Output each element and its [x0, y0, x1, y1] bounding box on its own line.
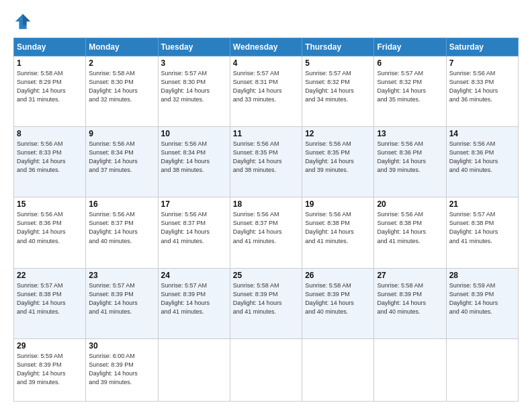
day-info: Sunrise: 5:56 AM Sunset: 8:37 PM Dayligh…: [89, 210, 154, 245]
day-info: Sunrise: 5:58 AM Sunset: 8:39 PM Dayligh…: [305, 281, 371, 316]
calendar-cell: 26Sunrise: 5:58 AM Sunset: 8:39 PM Dayli…: [302, 268, 374, 338]
calendar-row-5: 29Sunrise: 5:59 AM Sunset: 8:39 PM Dayli…: [14, 338, 519, 401]
day-info: Sunrise: 5:57 AM Sunset: 8:32 PM Dayligh…: [305, 69, 371, 104]
day-info: Sunrise: 5:59 AM Sunset: 8:39 PM Dayligh…: [17, 352, 83, 387]
header-cell-friday: Friday: [374, 38, 446, 56]
svg-marker-1: [23, 14, 30, 26]
day-info: Sunrise: 5:59 AM Sunset: 8:39 PM Dayligh…: [449, 281, 515, 316]
day-number: 11: [233, 129, 299, 138]
calendar-cell: 6Sunrise: 5:57 AM Sunset: 8:32 PM Daylig…: [374, 56, 446, 127]
calendar-cell: [446, 338, 518, 401]
header-cell-monday: Monday: [86, 38, 158, 56]
header-cell-thursday: Thursday: [302, 38, 374, 56]
calendar-cell: 17Sunrise: 5:56 AM Sunset: 8:37 PM Dayli…: [158, 197, 230, 268]
calendar-cell: 23Sunrise: 5:57 AM Sunset: 8:39 PM Dayli…: [86, 268, 158, 338]
calendar-cell: 4Sunrise: 5:57 AM Sunset: 8:31 PM Daylig…: [230, 56, 302, 127]
day-number: 7: [449, 58, 515, 68]
day-number: 10: [161, 129, 227, 138]
calendar-cell: 2Sunrise: 5:58 AM Sunset: 8:30 PM Daylig…: [86, 56, 158, 127]
day-info: Sunrise: 5:58 AM Sunset: 8:39 PM Dayligh…: [233, 281, 299, 316]
day-number: 22: [17, 271, 83, 280]
day-number: 16: [89, 199, 154, 209]
day-info: Sunrise: 5:58 AM Sunset: 8:29 PM Dayligh…: [17, 69, 83, 104]
day-info: Sunrise: 5:57 AM Sunset: 8:30 PM Dayligh…: [161, 69, 227, 104]
calendar-cell: 19Sunrise: 5:56 AM Sunset: 8:38 PM Dayli…: [302, 197, 374, 268]
day-info: Sunrise: 5:56 AM Sunset: 8:38 PM Dayligh…: [377, 210, 443, 245]
day-number: 9: [89, 129, 154, 138]
day-number: 8: [17, 129, 83, 138]
day-number: 13: [377, 129, 443, 138]
day-info: Sunrise: 5:58 AM Sunset: 8:39 PM Dayligh…: [377, 281, 443, 316]
day-info: Sunrise: 5:58 AM Sunset: 8:30 PM Dayligh…: [89, 69, 154, 104]
calendar-cell: 13Sunrise: 5:56 AM Sunset: 8:36 PM Dayli…: [374, 127, 446, 197]
calendar-body: 1Sunrise: 5:58 AM Sunset: 8:29 PM Daylig…: [14, 56, 519, 402]
header-cell-tuesday: Tuesday: [158, 38, 230, 56]
calendar-cell: 22Sunrise: 5:57 AM Sunset: 8:38 PM Dayli…: [14, 268, 86, 338]
day-number: 6: [377, 58, 443, 68]
day-info: Sunrise: 5:57 AM Sunset: 8:38 PM Dayligh…: [17, 281, 83, 316]
calendar-cell: 25Sunrise: 5:58 AM Sunset: 8:39 PM Dayli…: [230, 268, 302, 338]
day-number: 24: [161, 271, 227, 280]
day-info: Sunrise: 6:00 AM Sunset: 8:39 PM Dayligh…: [89, 352, 154, 387]
day-info: Sunrise: 5:56 AM Sunset: 8:34 PM Dayligh…: [89, 140, 154, 175]
calendar-cell: 15Sunrise: 5:56 AM Sunset: 8:36 PM Dayli…: [14, 197, 86, 268]
header-cell-wednesday: Wednesday: [230, 38, 302, 56]
day-info: Sunrise: 5:57 AM Sunset: 8:31 PM Dayligh…: [233, 69, 299, 104]
day-info: Sunrise: 5:57 AM Sunset: 8:39 PM Dayligh…: [89, 281, 154, 316]
day-number: 19: [305, 199, 371, 209]
day-number: 5: [305, 58, 371, 68]
day-number: 12: [305, 129, 371, 138]
logo-icon: [13, 12, 32, 31]
day-number: 1: [17, 58, 83, 68]
day-number: 18: [233, 199, 299, 209]
day-info: Sunrise: 5:56 AM Sunset: 8:37 PM Dayligh…: [233, 210, 299, 245]
day-info: Sunrise: 5:56 AM Sunset: 8:35 PM Dayligh…: [233, 140, 299, 175]
day-info: Sunrise: 5:57 AM Sunset: 8:39 PM Dayligh…: [161, 281, 227, 316]
day-number: 29: [17, 341, 83, 351]
header-cell-sunday: Sunday: [14, 38, 86, 56]
day-number: 27: [377, 271, 443, 280]
day-info: Sunrise: 5:57 AM Sunset: 8:38 PM Dayligh…: [449, 210, 515, 245]
day-number: 28: [449, 271, 515, 280]
day-info: Sunrise: 5:56 AM Sunset: 8:38 PM Dayligh…: [305, 210, 371, 245]
calendar-cell: 11Sunrise: 5:56 AM Sunset: 8:35 PM Dayli…: [230, 127, 302, 197]
day-info: Sunrise: 5:56 AM Sunset: 8:35 PM Dayligh…: [305, 140, 371, 175]
header-cell-saturday: Saturday: [446, 38, 518, 56]
day-number: 2: [89, 58, 154, 68]
header: [13, 12, 519, 31]
day-info: Sunrise: 5:56 AM Sunset: 8:36 PM Dayligh…: [17, 210, 83, 245]
day-info: Sunrise: 5:56 AM Sunset: 8:36 PM Dayligh…: [449, 140, 515, 175]
calendar-cell: 21Sunrise: 5:57 AM Sunset: 8:38 PM Dayli…: [446, 197, 518, 268]
calendar-row-4: 22Sunrise: 5:57 AM Sunset: 8:38 PM Dayli…: [14, 268, 519, 338]
calendar-cell: 7Sunrise: 5:56 AM Sunset: 8:33 PM Daylig…: [446, 56, 518, 127]
day-info: Sunrise: 5:56 AM Sunset: 8:33 PM Dayligh…: [449, 69, 515, 104]
calendar-cell: [302, 338, 374, 401]
calendar-cell: 12Sunrise: 5:56 AM Sunset: 8:35 PM Dayli…: [302, 127, 374, 197]
day-info: Sunrise: 5:56 AM Sunset: 8:33 PM Dayligh…: [17, 140, 83, 175]
calendar-row-3: 15Sunrise: 5:56 AM Sunset: 8:36 PM Dayli…: [14, 197, 519, 268]
day-number: 4: [233, 58, 299, 68]
calendar-cell: 18Sunrise: 5:56 AM Sunset: 8:37 PM Dayli…: [230, 197, 302, 268]
calendar-cell: 3Sunrise: 5:57 AM Sunset: 8:30 PM Daylig…: [158, 56, 230, 127]
calendar-cell: 20Sunrise: 5:56 AM Sunset: 8:38 PM Dayli…: [374, 197, 446, 268]
calendar-row-2: 8Sunrise: 5:56 AM Sunset: 8:33 PM Daylig…: [14, 127, 519, 197]
day-number: 25: [233, 271, 299, 280]
day-number: 23: [89, 271, 154, 280]
calendar-cell: [374, 338, 446, 401]
page: SundayMondayTuesdayWednesdayThursdayFrid…: [0, 0, 532, 411]
day-number: 17: [161, 199, 227, 209]
calendar-cell: [158, 338, 230, 401]
day-number: 14: [449, 129, 515, 138]
calendar-cell: 16Sunrise: 5:56 AM Sunset: 8:37 PM Dayli…: [86, 197, 158, 268]
calendar-cell: 28Sunrise: 5:59 AM Sunset: 8:39 PM Dayli…: [446, 268, 518, 338]
calendar-row-1: 1Sunrise: 5:58 AM Sunset: 8:29 PM Daylig…: [14, 56, 519, 127]
day-info: Sunrise: 5:57 AM Sunset: 8:32 PM Dayligh…: [377, 69, 443, 104]
day-number: 15: [17, 199, 83, 209]
day-number: 30: [89, 341, 154, 351]
calendar-cell: 27Sunrise: 5:58 AM Sunset: 8:39 PM Dayli…: [374, 268, 446, 338]
calendar-cell: 5Sunrise: 5:57 AM Sunset: 8:32 PM Daylig…: [302, 56, 374, 127]
day-number: 21: [449, 199, 515, 209]
calendar-cell: 14Sunrise: 5:56 AM Sunset: 8:36 PM Dayli…: [446, 127, 518, 197]
calendar-cell: [230, 338, 302, 401]
calendar-cell: 30Sunrise: 6:00 AM Sunset: 8:39 PM Dayli…: [86, 338, 158, 401]
